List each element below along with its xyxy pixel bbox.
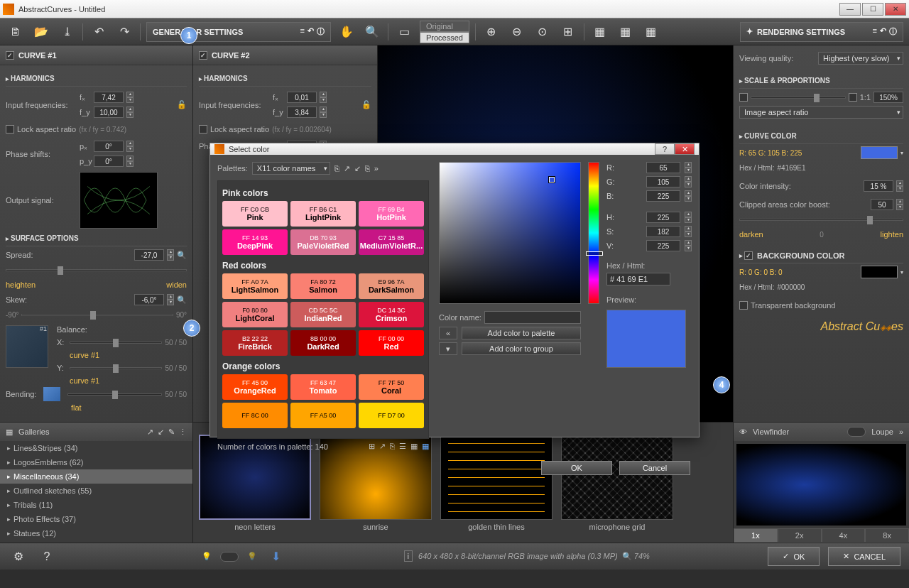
zoom-in-icon[interactable]: ⊕ [481,22,501,42]
search-icon[interactable]: 🔍 [177,295,187,305]
toggle-icon[interactable]: ▭ [394,22,414,42]
processed-tab[interactable]: Processed [420,32,469,43]
tool1-icon[interactable]: ⊞ [369,442,375,451]
bg-color-checkbox[interactable]: ✓ [744,251,753,260]
fy-input[interactable] [94,107,124,118]
tool2-icon[interactable]: ↗ [379,442,386,451]
color-chip[interactable]: 8B 00 00DarkRed [290,330,356,356]
more-icon[interactable]: ⋮ [179,428,187,437]
color-chip[interactable]: FF 8C 00 [222,403,288,428]
export-palette-icon[interactable]: ↗ [344,164,350,173]
bulb2-icon[interactable]: 💡 [247,552,257,561]
color-chip[interactable]: FF 14 93DeepPink [222,229,288,255]
grid-view-icon[interactable]: ▦ [410,442,418,451]
image3-icon[interactable]: ▦ [641,22,661,42]
ok-button[interactable]: ✓OK [768,547,820,566]
center-icon[interactable]: ⊞ [558,22,578,42]
gallery-item[interactable]: Statues (12) [0,526,192,540]
dialog-close-button[interactable]: ✕ [675,143,695,155]
color-chip[interactable]: CD 5C 5CIndianRed [290,302,356,327]
image-icon[interactable]: ▦ [590,22,610,42]
lock-icon[interactable]: 🔓 [361,100,371,109]
pan-icon[interactable]: ✋ [337,22,356,42]
bending-slider[interactable] [67,393,162,396]
loupe-toggle[interactable] [847,427,866,437]
info-icon[interactable]: ⓘ [889,26,897,37]
v-input[interactable] [646,240,680,251]
gallery-item[interactable]: Wallpapers&Patterns (86) [0,540,192,543]
gallery-item[interactable]: LogosEmblems (62) [0,455,192,469]
color-chip[interactable]: FF 00 00Red [359,330,424,356]
help-icon[interactable]: ? [37,547,57,567]
zoom-4x[interactable]: 4x [822,528,866,543]
expand-icon[interactable]: » [899,428,903,436]
balance-y-slider[interactable] [70,367,162,369]
add-palette-prefix[interactable]: « [439,327,457,339]
curve-color-swatch[interactable] [861,146,898,159]
list-view-icon[interactable]: ☰ [399,442,406,451]
color-chip[interactable]: FF B6 C1LightPink [290,201,356,227]
info-icon[interactable]: ⓘ [317,26,325,37]
new-file-icon[interactable]: 🗎 [6,22,26,42]
menu-icon[interactable]: ≡ [873,26,877,37]
zoom-out-icon[interactable]: ⊖ [507,22,527,42]
color-chip[interactable]: B2 22 22FireBrick [222,330,288,356]
redo-icon[interactable]: ↷ [114,22,134,42]
zoom-icon[interactable]: 🔍 [362,22,382,42]
gallery-item[interactable]: Tribals (11) [0,498,192,512]
lock-aspect2-checkbox[interactable] [199,125,207,134]
px-input[interactable] [94,141,124,152]
bg-color-swatch[interactable] [861,266,898,278]
reset-icon[interactable]: ↶ [307,26,314,37]
add-palette-icon[interactable]: ⎘ [334,164,339,173]
palette-dropdown[interactable]: X11 color names [252,162,330,175]
export-icon[interactable]: ↗ [147,428,153,437]
skew-input[interactable] [134,294,164,305]
spread-input[interactable] [134,249,164,261]
scale-input[interactable] [873,92,903,103]
maximize-button[interactable]: ☐ [862,3,883,16]
lock-aspect-checkbox[interactable] [6,125,14,134]
minimize-button[interactable]: — [839,3,861,16]
fy2-input[interactable] [287,107,317,118]
add-to-palette-button[interactable]: Add color to palette [462,327,581,339]
original-tab[interactable]: Original [420,21,469,32]
scale-slider[interactable] [751,97,846,99]
color-chip[interactable]: FF A5 00 [290,403,356,428]
py-input[interactable] [94,156,124,167]
curve2-enable-checkbox[interactable]: ✓ [199,51,207,60]
gear-icon[interactable]: ⚙ [9,547,28,567]
gallery-item[interactable]: Miscellaneous (34) [0,469,192,484]
spread-slider[interactable] [6,269,187,271]
color-chip[interactable]: DB 70 93PaleVioletRed [290,229,356,255]
zoom-1x[interactable]: 1x [734,528,778,543]
open-file-icon[interactable]: 📂 [31,22,51,42]
gallery-item[interactable]: Outlined sketches (55) [0,484,192,498]
lock-icon[interactable]: 🔓 [177,100,187,109]
clipped-slider[interactable] [739,219,903,221]
balance-x-slider[interactable] [70,342,162,344]
color-chip[interactable]: FA 80 72Salmon [290,273,356,299]
close-button[interactable]: ✕ [885,3,906,16]
gallery-item[interactable]: Photo Effects (37) [0,512,192,526]
saturation-value-picker[interactable] [439,162,581,304]
color-chip[interactable]: F0 80 80LightCoral [222,302,288,327]
download-icon[interactable]: ⬇ [266,547,285,567]
color-chip[interactable]: FF C0 CBPink [222,201,288,227]
edit-icon[interactable]: ✎ [168,428,175,437]
import-icon[interactable]: ↙ [158,428,164,437]
color-chip[interactable]: FF 63 47Tomato [290,374,356,400]
copy-icon[interactable]: ⎘ [365,164,370,173]
color-chip[interactable]: FF A0 7ALightSalmon [222,273,288,299]
color-name-input[interactable] [484,311,581,324]
h-input[interactable] [646,212,680,223]
reset-icon[interactable]: ↶ [880,26,886,37]
gallery-item[interactable]: Lines&Stripes (34) [0,441,192,455]
dialog-help-button[interactable]: ? [655,143,675,155]
dialog-cancel-button[interactable]: Cancel [619,461,690,475]
skew-slider[interactable] [21,314,173,316]
import-palette-icon[interactable]: ↙ [354,164,361,173]
color-chip[interactable]: FF D7 00 [359,403,424,428]
undo-icon[interactable]: ↶ [89,22,109,42]
zoom-8x[interactable]: 8x [865,528,909,543]
